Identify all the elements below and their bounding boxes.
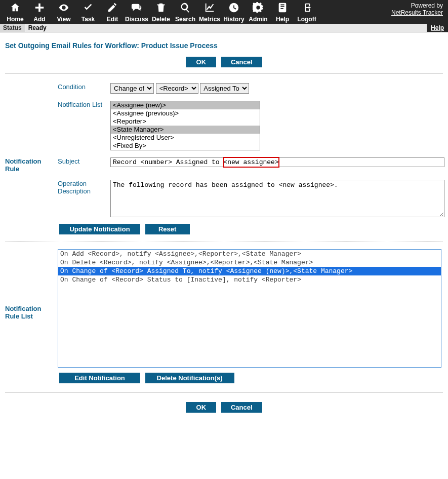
toolbar-label: Task	[82, 16, 95, 23]
edit-notification-button[interactable]: Edit Notification	[59, 373, 140, 383]
operation-description-input[interactable]	[110, 180, 444, 217]
reset-button[interactable]: Reset	[145, 224, 190, 234]
status-label: Status	[0, 24, 25, 32]
notification-list-option[interactable]: <Assignee (new)>	[111, 101, 260, 109]
divider	[5, 392, 443, 393]
toolbar-label: History	[223, 16, 244, 23]
toolbar-history[interactable]: History	[222, 2, 246, 23]
home-icon	[10, 2, 21, 15]
notification-list-select[interactable]: <Assignee (new)><Assignee (previous)><Re…	[110, 101, 260, 150]
toolbar-label: Home	[7, 16, 23, 23]
condition-controls: Change of <Record> Assigned To	[110, 83, 444, 94]
toolbar-delete[interactable]: Delete	[149, 2, 173, 23]
subject-label: Subject	[58, 157, 108, 165]
toolbar-label: Metrics	[199, 16, 220, 23]
history-icon	[228, 2, 239, 15]
admin-icon	[253, 2, 264, 15]
toolbar-logoff[interactable]: Logoff	[295, 2, 319, 23]
main-toolbar: HomeAddViewTaskEditDiscussDeleteSearchMe…	[0, 0, 448, 24]
notification-rule-section-label: Notification Rule	[5, 157, 56, 173]
toolbar-add[interactable]: Add	[27, 2, 52, 23]
add-icon	[34, 2, 45, 15]
notification-list-option[interactable]: <Fixed By>	[111, 142, 260, 150]
toolbar-home[interactable]: Home	[3, 2, 27, 23]
toolbar-label: Logoff	[297, 16, 316, 23]
task-icon	[83, 2, 94, 15]
notification-list-option[interactable]: <Assignee (previous)>	[111, 109, 260, 117]
search-icon	[180, 2, 191, 15]
cancel-button-bottom[interactable]: Cancel	[221, 402, 262, 413]
toolbar-label: Add	[33, 16, 45, 23]
ok-button-bottom[interactable]: OK	[186, 402, 216, 413]
toolbar-label: Discuss	[125, 16, 148, 23]
notification-rule-list-section-label: Notification Rule List	[5, 305, 56, 320]
condition-select-3[interactable]: Assigned To	[200, 83, 249, 94]
notification-list-option[interactable]: <Reporter>	[111, 117, 260, 126]
powered-by-link[interactable]: NetResults Tracker	[391, 9, 443, 16]
update-notification-button[interactable]: Update Notification	[59, 224, 140, 234]
toolbar-task[interactable]: Task	[76, 2, 100, 23]
notification-rule-list[interactable]: On Add <Record>, notify <Assignee>,<Repo…	[58, 249, 441, 368]
status-help-link[interactable]: Help	[427, 24, 448, 32]
toolbar-search[interactable]: Search	[173, 2, 197, 23]
discuss-icon	[131, 2, 142, 15]
rule-list-row[interactable]: On Delete <Record>, notify <Assignee>,<R…	[58, 258, 441, 267]
notification-list-label: Notification List	[58, 101, 108, 108]
powered-by-label: Powered by	[411, 2, 443, 9]
condition-select-1[interactable]: Change of	[110, 83, 154, 94]
help-icon	[277, 2, 288, 15]
subject-input[interactable]	[110, 157, 444, 167]
toolbar-label: View	[57, 16, 70, 23]
edit-icon	[107, 2, 118, 15]
powered-by: Powered by NetResults Tracker	[391, 2, 443, 16]
divider	[5, 242, 443, 242]
toolbar-discuss[interactable]: Discuss	[125, 2, 149, 23]
rule-list-row[interactable]: On Change of <Record> Assigned To, notif…	[58, 267, 441, 275]
cancel-button[interactable]: Cancel	[221, 57, 262, 67]
delete-notification-button[interactable]: Delete Notification(s)	[145, 373, 234, 383]
condition-label: Condition	[58, 83, 108, 91]
toolbar-label: Admin	[249, 16, 267, 23]
status-value: Ready	[25, 24, 427, 32]
toolbar-label: Edit	[107, 16, 118, 23]
rule-list-row[interactable]: On Change of <Record> Status to [Inactiv…	[58, 275, 441, 284]
logoff-icon	[301, 2, 312, 15]
delete-icon	[155, 2, 167, 15]
notification-list-option[interactable]: <State Manager>	[111, 126, 260, 134]
rule-list-row[interactable]: On Add <Record>, notify <Assignee>,<Repo…	[58, 250, 441, 258]
condition-select-2[interactable]: <Record>	[156, 83, 198, 94]
toolbar-label: Help	[276, 16, 289, 23]
ok-button[interactable]: OK	[186, 57, 216, 67]
view-icon	[58, 2, 69, 15]
divider	[5, 73, 443, 74]
page-title: Set Outgoing Email Rules for Workflow: P…	[5, 42, 443, 50]
toolbar-edit[interactable]: Edit	[100, 2, 125, 23]
toolbar-label: Delete	[152, 16, 170, 23]
operation-description-label: Operation Description	[58, 180, 108, 195]
toolbar-help[interactable]: Help	[270, 2, 295, 23]
toolbar-admin[interactable]: Admin	[246, 2, 270, 23]
metrics-icon	[204, 2, 215, 15]
toolbar-metrics[interactable]: Metrics	[197, 2, 222, 23]
status-bar: Status Ready Help	[0, 24, 448, 32]
toolbar-view[interactable]: View	[52, 2, 76, 23]
notification-list-option[interactable]: <Unregistered User>	[111, 134, 260, 142]
toolbar-label: Search	[175, 16, 195, 23]
